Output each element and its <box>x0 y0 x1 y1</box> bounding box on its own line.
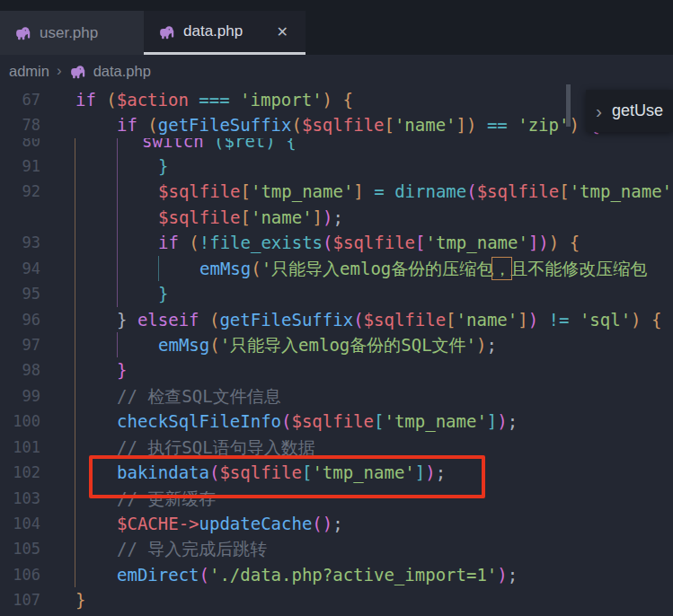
breadcrumb-folder[interactable]: admin <box>9 63 49 80</box>
code-text: } elseif (getFileSuffix($sqlfile['name']… <box>40 307 661 332</box>
line-number: 94 <box>0 256 40 281</box>
code-line[interactable]: 80switch ($ret) { <box>0 138 673 154</box>
code-text: checkSqlFileInfo($sqlfile['tmp_name']); <box>40 409 518 434</box>
code-text: bakindata($sqlfile['tmp_name']); <box>40 460 446 485</box>
chevron-right-icon: › <box>57 62 62 80</box>
line-number: 92 <box>0 179 40 204</box>
code-line[interactable]: 67if ($action === 'import') { <box>0 87 673 112</box>
code-text: } <box>40 357 127 383</box>
line-number: 80 <box>0 138 40 154</box>
code-line[interactable]: 93if (!file_exists($sqlfile['tmp_name'])… <box>0 230 673 255</box>
code-line-highlighted[interactable]: 102bakindata($sqlfile['tmp_name']); <box>0 460 673 485</box>
code-line[interactable]: 101// 执行SQL语句导入数据 <box>0 435 673 460</box>
line-number: 103 <box>0 486 40 511</box>
close-icon[interactable]: ✕ <box>274 22 291 41</box>
code-text: emMsg('只能导入emlog备份的SQL文件'); <box>40 332 497 357</box>
code-text: if (!file_exists($sqlfile['tmp_name'])) … <box>40 230 580 255</box>
code-line[interactable]: 105// 导入完成后跳转 <box>0 536 673 561</box>
scrollbar-slider[interactable] <box>566 84 571 127</box>
php-elephant-icon <box>69 64 86 79</box>
code-line[interactable]: 96} elseif (getFileSuffix($sqlfile['name… <box>0 307 673 332</box>
line-number <box>0 205 40 230</box>
line-number: 107 <box>0 587 40 612</box>
code-text: if ($action === 'import') { <box>40 87 353 112</box>
line-number: 101 <box>0 435 40 460</box>
breadcrumb-file[interactable]: data.php <box>93 63 151 80</box>
code-line[interactable]: 104$CACHE->updateCache(); <box>0 511 673 536</box>
code-text: emMsg('只能导入emlog备份的压缩包，且不能修改压缩包 <box>40 256 647 281</box>
php-elephant-icon <box>158 24 175 40</box>
tab-label: data.php <box>183 22 243 40</box>
code-text: // 执行SQL语句导入数据 <box>40 435 315 460</box>
tab-user-php[interactable]: user.php <box>0 11 144 55</box>
line-number: 78 <box>0 112 40 137</box>
line-number: 99 <box>0 383 40 409</box>
chevron-right-icon: › <box>596 101 602 122</box>
code-line[interactable]: 103// 更新缓存 <box>0 486 673 511</box>
code-editor[interactable]: 67if ($action === 'import') {78if (getFi… <box>0 87 673 616</box>
line-number: 96 <box>0 307 40 332</box>
code-line[interactable]: 97emMsg('只能导入emlog备份的SQL文件'); <box>0 332 673 357</box>
code-text: switch ($ret) { <box>40 138 297 154</box>
code-text: // 检查SQL文件信息 <box>40 383 281 409</box>
code-text: $CACHE->updateCache(); <box>40 511 343 536</box>
line-number: 67 <box>0 87 40 112</box>
code-line[interactable]: 106emDirect('./data.php?active_import=1'… <box>0 562 673 587</box>
code-text: } <box>40 587 85 612</box>
code-line[interactable]: 99// 检查SQL文件信息 <box>0 383 673 409</box>
code-line[interactable]: 78if (getFileSuffix($sqlfile['name']) ==… <box>0 112 673 137</box>
code-text: // 更新缓存 <box>40 486 216 511</box>
line-number: 98 <box>0 357 40 383</box>
code-line[interactable]: 100checkSqlFileInfo($sqlfile['tmp_name']… <box>0 409 673 434</box>
line-number: 95 <box>0 281 40 306</box>
symbol-overlay-label: getUse <box>612 101 663 120</box>
tab-label: user.php <box>40 24 98 42</box>
code-text: $sqlfile['tmp_name'] = dirname($sqlfile[… <box>40 179 672 204</box>
code-line[interactable]: 91} <box>0 154 673 179</box>
line-number: 104 <box>0 511 40 536</box>
code-line[interactable]: 98} <box>0 357 673 383</box>
code-text: emDirect('./data.php?active_import=1'); <box>40 562 518 587</box>
line-number: 93 <box>0 230 40 255</box>
code-text: $sqlfile['name']); <box>40 205 343 230</box>
code-lines: 67if ($action === 'import') {78if (getFi… <box>0 87 673 613</box>
code-text: } <box>40 281 168 306</box>
line-number: 91 <box>0 154 40 179</box>
code-line[interactable]: 92$sqlfile['tmp_name'] = dirname($sqlfil… <box>0 179 673 204</box>
code-line[interactable]: 94emMsg('只能导入emlog备份的压缩包，且不能修改压缩包 <box>0 256 673 281</box>
php-elephant-icon <box>14 25 31 40</box>
line-number: 106 <box>0 562 40 587</box>
line-number: 105 <box>0 536 40 561</box>
code-line[interactable]: $sqlfile['name']); <box>0 205 673 230</box>
vscode-window: user.php data.php ✕ admin › <box>0 0 673 616</box>
code-text: if (getFileSuffix($sqlfile['name']) == '… <box>40 112 600 137</box>
code-line[interactable]: 107} <box>0 587 673 612</box>
line-number: 100 <box>0 409 40 434</box>
line-number: 102 <box>0 460 40 485</box>
symbol-overlay[interactable]: › getUse <box>586 90 673 132</box>
code-text: } <box>40 154 168 179</box>
breadcrumb: admin › data.php <box>0 55 673 87</box>
code-line[interactable]: 95} <box>0 281 673 306</box>
tab-bar: user.php data.php ✕ <box>0 0 673 55</box>
code-text: // 导入完成后跳转 <box>40 536 267 561</box>
tab-data-php[interactable]: data.php ✕ <box>144 11 306 55</box>
line-number: 97 <box>0 332 40 357</box>
